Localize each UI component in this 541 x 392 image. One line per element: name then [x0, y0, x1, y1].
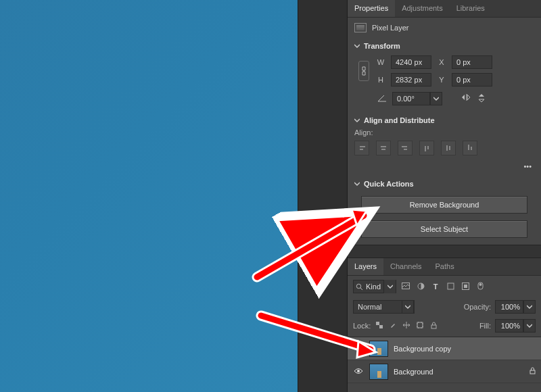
svg-rect-9: [379, 325, 383, 328]
align-left-icon[interactable]: [354, 141, 369, 155]
angle-icon: [377, 94, 387, 103]
fill-field[interactable]: [495, 319, 523, 333]
lock-row: Lock: Fill:: [348, 316, 541, 337]
chevron-down-icon: [354, 118, 360, 123]
dock-gap: [298, 0, 348, 392]
quick-actions-header[interactable]: Quick Actions: [348, 176, 541, 192]
tab-channels[interactable]: Channels: [383, 258, 428, 275]
rotation-field[interactable]: [392, 92, 430, 105]
align-hcenter-icon[interactable]: [376, 141, 391, 155]
layer-item[interactable]: Background copy: [348, 337, 541, 360]
filter-pixel-icon[interactable]: [400, 283, 411, 291]
align-vcenter-icon[interactable]: [441, 141, 456, 155]
right-panel: Properties Adjustments Libraries Pixel L…: [348, 0, 541, 392]
blend-mode-select[interactable]: Normal: [353, 300, 415, 314]
filter-kind-select[interactable]: Kind: [353, 280, 396, 293]
filter-adjustment-icon[interactable]: [415, 283, 426, 291]
svg-rect-11: [431, 325, 436, 328]
x-field[interactable]: [452, 55, 492, 69]
layers-tabs: Layers Channels Paths: [348, 258, 541, 276]
svg-point-7: [479, 283, 481, 286]
layer-type-label: Pixel Layer: [372, 24, 408, 32]
layer-thumbnail[interactable]: [369, 341, 388, 357]
x-label: X: [436, 58, 448, 66]
blend-mode-value: Normal: [354, 303, 402, 311]
layer-thumbnail[interactable]: [369, 364, 388, 380]
svg-rect-1: [402, 283, 410, 289]
width-label: W: [375, 58, 387, 66]
y-field[interactable]: [452, 73, 492, 87]
flip-vertical-icon[interactable]: [477, 93, 486, 104]
quick-actions-title: Quick Actions: [364, 180, 414, 188]
tab-paths[interactable]: Paths: [429, 258, 461, 275]
layer-item[interactable]: Background: [348, 360, 541, 383]
tab-layers[interactable]: Layers: [348, 258, 383, 275]
rotation-dropdown[interactable]: [430, 92, 442, 105]
lock-all-icon[interactable]: [429, 322, 438, 330]
pixel-layer-icon: [354, 23, 367, 32]
width-field[interactable]: [391, 55, 431, 69]
blend-mode-row: Normal Opacity:: [348, 297, 541, 316]
panel-divider: [348, 245, 541, 258]
lock-transparency-icon[interactable]: [375, 322, 384, 330]
chevron-down-icon: [354, 43, 360, 49]
link-dimensions-icon[interactable]: [358, 61, 369, 81]
opacity-dropdown[interactable]: [523, 300, 536, 314]
align-top-icon[interactable]: [419, 141, 434, 155]
lock-position-icon[interactable]: [402, 322, 411, 330]
filter-toggle-icon[interactable]: [475, 282, 486, 291]
svg-rect-5: [464, 285, 467, 288]
tab-adjustments[interactable]: Adjustments: [395, 0, 450, 17]
document-canvas[interactable]: [0, 0, 298, 392]
layer-type-row: Pixel Layer: [348, 18, 541, 38]
flip-horizontal-icon[interactable]: [461, 93, 471, 104]
layer-name[interactable]: Background copy: [394, 345, 451, 353]
layer-filter-icons: T: [400, 282, 486, 291]
align-section-header[interactable]: Align and Distribute: [348, 112, 541, 128]
select-subject-button[interactable]: Select Subject: [361, 220, 527, 238]
chevron-down-icon: [383, 280, 396, 293]
fill-dropdown[interactable]: [523, 319, 536, 333]
chevron-down-icon: [402, 300, 414, 314]
filter-shape-icon[interactable]: [445, 283, 456, 291]
svg-rect-8: [376, 322, 379, 325]
visibility-toggle[interactable]: [353, 368, 364, 376]
layer-list: Background copy Background: [348, 337, 541, 383]
filter-type-icon[interactable]: T: [430, 283, 441, 291]
search-icon: [354, 283, 364, 291]
y-label: Y: [436, 76, 448, 84]
chevron-down-icon: [354, 181, 360, 187]
filter-smartobject-icon[interactable]: [460, 283, 471, 291]
lock-artboard-icon[interactable]: [415, 322, 425, 330]
angle-row: [348, 89, 541, 112]
svg-rect-3: [448, 283, 454, 289]
tab-libraries[interactable]: Libraries: [450, 0, 492, 17]
tab-properties[interactable]: Properties: [348, 0, 395, 17]
align-title: Align and Distribute: [364, 116, 435, 124]
layer-filter-row: Kind T: [348, 276, 541, 297]
svg-point-0: [356, 284, 360, 288]
svg-rect-10: [417, 322, 423, 328]
filter-kind-label: Kind: [364, 283, 383, 291]
quick-actions-buttons: Remove Background Select Subject: [348, 192, 541, 245]
transform-grid: W X H Y: [348, 54, 541, 89]
opacity-field[interactable]: [495, 300, 523, 314]
lock-label: Lock:: [353, 322, 371, 330]
layer-name[interactable]: Background: [394, 368, 433, 376]
properties-tabs: Properties Adjustments Libraries: [348, 0, 541, 18]
align-right-icon[interactable]: [398, 141, 413, 155]
opacity-label: Opacity:: [464, 303, 491, 311]
lock-icon: [530, 367, 536, 376]
remove-background-button[interactable]: Remove Background: [361, 196, 527, 214]
height-label: H: [375, 76, 387, 84]
transform-section-header[interactable]: Transform: [348, 38, 541, 54]
align-label: Align:: [348, 128, 541, 141]
lock-paint-icon[interactable]: [388, 322, 398, 330]
svg-point-12: [357, 370, 360, 372]
align-bottom-icon[interactable]: [463, 141, 477, 155]
fill-label: Fill:: [479, 322, 491, 330]
more-options-icon[interactable]: •••: [523, 162, 532, 170]
transform-title: Transform: [364, 42, 400, 50]
svg-rect-13: [530, 370, 535, 374]
height-field[interactable]: [391, 73, 431, 87]
